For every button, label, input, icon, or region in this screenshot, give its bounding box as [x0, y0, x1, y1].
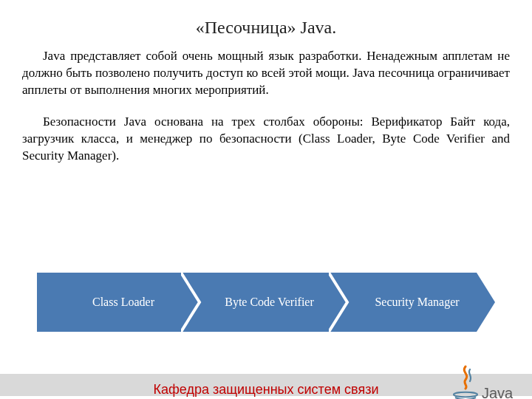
paragraph-2: Безопасности Java основана на трех столб… [22, 114, 510, 165]
page-title: «Песочница» Java. [0, 18, 532, 38]
chevron-label-1: Class Loader [37, 273, 200, 332]
java-logo-text: Java [482, 385, 514, 399]
chevron-step-1: Class Loader [37, 273, 200, 332]
chevron-label-2: Byte Code Verifier [181, 273, 347, 332]
chevron-process: Class Loader Byte Code Verifier Security… [37, 273, 495, 332]
chevron-step-3: Security Manager [329, 273, 495, 332]
chevron-label-3: Security Manager [329, 273, 495, 332]
svg-point-3 [454, 392, 477, 397]
paragraph-1: Java представляет собой очень мощный язы… [22, 48, 510, 99]
chevron-step-2: Byte Code Verifier [181, 273, 347, 332]
java-logo: Java [449, 365, 516, 399]
